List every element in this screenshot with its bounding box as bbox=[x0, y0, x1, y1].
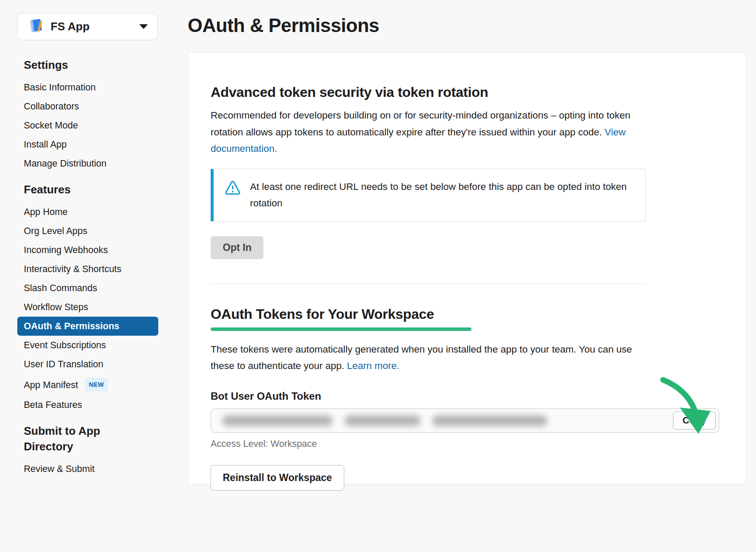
copy-button[interactable]: Copy bbox=[673, 411, 716, 430]
sidebar-item-org-level-apps[interactable]: Org Level Apps bbox=[17, 221, 158, 241]
sidebar-heading-settings: Settings bbox=[24, 57, 132, 73]
bot-token-field[interactable]: Copy bbox=[211, 408, 719, 433]
sidebar-item-workflow-steps[interactable]: Workflow Steps bbox=[17, 298, 158, 317]
token-rotation-heading: Advanced token security via token rotati… bbox=[211, 84, 724, 100]
sidebar-item-app-manifest[interactable]: App Manifest NEW bbox=[17, 374, 158, 395]
sidebar-item-manage-distribution[interactable]: Manage Distribution bbox=[17, 154, 158, 173]
page-title: OAuth & Permissions bbox=[188, 15, 379, 36]
sidebar-item-user-id-translation[interactable]: User ID Translation bbox=[17, 355, 158, 374]
sidebar-item-label: App Manifest bbox=[24, 380, 78, 390]
token-rotation-description-text: Recommended for developers building on o… bbox=[211, 110, 631, 138]
opt-in-button[interactable]: Opt In bbox=[211, 236, 263, 259]
oauth-permissions-card: Advanced token security via token rotati… bbox=[188, 52, 746, 485]
reinstall-to-workspace-button[interactable]: Reinstall to Workspace bbox=[211, 465, 344, 491]
sidebar-item-basic-information[interactable]: Basic Information bbox=[17, 78, 158, 97]
oauth-tokens-description-text: These tokens were automatically generate… bbox=[211, 344, 632, 372]
sidebar-item-install-app[interactable]: Install App bbox=[17, 135, 158, 154]
bot-token-value-redacted bbox=[222, 415, 547, 426]
green-underline bbox=[211, 327, 471, 331]
chevron-down-icon bbox=[139, 24, 148, 29]
bot-user-oauth-token-label: Bot User OAuth Token bbox=[211, 390, 724, 402]
access-level-text: Access Level: Workspace bbox=[211, 439, 724, 449]
sidebar-heading-features: Features bbox=[24, 182, 132, 197]
oauth-tokens-description: These tokens were automatically generate… bbox=[211, 341, 645, 375]
sidebar-nav: Settings Basic Information Collaborators… bbox=[17, 48, 158, 478]
warning-icon bbox=[225, 181, 240, 197]
token-rotation-description: Recommended for developers building on o… bbox=[211, 107, 645, 157]
redirect-url-warning-banner: At least one redirect URL needs to be se… bbox=[211, 169, 646, 221]
sidebar-item-slash-commands[interactable]: Slash Commands bbox=[17, 279, 158, 298]
sidebar-item-socket-mode[interactable]: Socket Mode bbox=[17, 116, 158, 135]
new-badge: NEW bbox=[85, 378, 108, 392]
sidebar-item-beta-features[interactable]: Beta Features bbox=[17, 395, 158, 414]
app-selector-label: FS App bbox=[51, 20, 90, 33]
warning-text: At least one redirect URL needs to be se… bbox=[250, 179, 631, 212]
sidebar-heading-submit-to-app-directory: Submit to App Directory bbox=[24, 423, 132, 454]
sidebar-item-app-home[interactable]: App Home bbox=[17, 202, 158, 221]
sidebar-item-collaborators[interactable]: Collaborators bbox=[17, 97, 158, 116]
app-icon bbox=[27, 17, 45, 36]
sidebar-item-incoming-webhooks[interactable]: Incoming Webhooks bbox=[17, 241, 158, 260]
sidebar-item-event-subscriptions[interactable]: Event Subscriptions bbox=[17, 336, 158, 355]
learn-more-link[interactable]: Learn more. bbox=[347, 360, 399, 371]
sidebar-item-review-submit[interactable]: Review & Submit bbox=[17, 459, 158, 478]
sidebar-item-interactivity-shortcuts[interactable]: Interactivity & Shortcuts bbox=[17, 260, 158, 279]
sidebar-item-oauth-permissions[interactable]: OAuth & Permissions bbox=[17, 317, 158, 336]
section-divider bbox=[211, 283, 646, 284]
app-selector-dropdown[interactable]: FS App bbox=[17, 13, 158, 40]
oauth-tokens-heading: OAuth Tokens for Your Workspace bbox=[211, 306, 724, 322]
